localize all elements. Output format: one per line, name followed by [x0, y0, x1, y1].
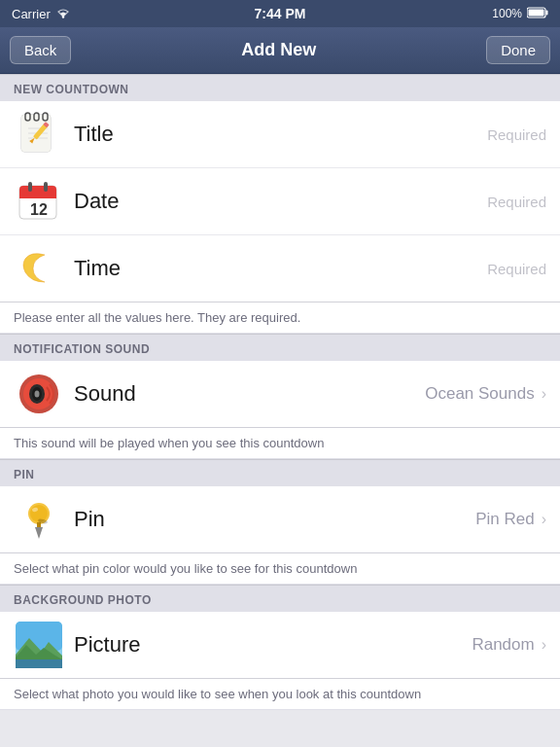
section-notification-sound: NOTIFICATION SOUND Sound Ocean Sounds: [0, 334, 560, 459]
date-required: Required: [487, 194, 546, 210]
sound-value: Ocean Sounds: [425, 384, 534, 404]
section-header-new-countdown: NEW COUNTDOWN: [0, 74, 560, 101]
picture-icon: [14, 620, 64, 670]
new-countdown-note: Please enter all the values here. They a…: [0, 302, 560, 334]
section-header-photo: BACKGROUND PHOTO: [0, 585, 560, 612]
sound-note: This sound will be played when you see t…: [0, 428, 560, 459]
sound-label: Sound: [74, 381, 425, 407]
picture-label: Picture: [74, 632, 472, 658]
section-header-pin: PIN: [0, 459, 560, 486]
svg-rect-2: [546, 10, 548, 15]
svg-rect-17: [19, 194, 56, 198]
sound-rows: Sound Ocean Sounds ›: [0, 361, 560, 428]
carrier-label: Carrier: [12, 7, 51, 21]
time-required: Required: [487, 261, 546, 277]
svg-rect-3: [529, 9, 544, 16]
section-header-sound: NOTIFICATION SOUND: [0, 334, 560, 361]
title-row[interactable]: Title Required: [0, 101, 560, 168]
date-row[interactable]: 12 Date Required: [0, 168, 560, 235]
svg-rect-19: [44, 182, 48, 192]
picture-note: Select what photo you would like to see …: [0, 679, 560, 710]
pin-rows: Pin Pin Red ›: [0, 486, 560, 553]
time-row[interactable]: Time Required: [0, 235, 560, 302]
svg-rect-35: [16, 659, 62, 668]
pin-row[interactable]: Pin Pin Red ›: [0, 486, 560, 552]
sound-chevron: ›: [542, 385, 546, 403]
battery-icon: [527, 7, 548, 21]
pin-value: Pin Red: [475, 510, 534, 529]
status-right: 100%: [492, 7, 548, 21]
pin-icon: [14, 494, 64, 545]
nav-bar: Back Add New Done: [0, 27, 560, 74]
time-icon: [14, 243, 64, 294]
new-countdown-rows: Title Required 12 Date Req: [0, 101, 560, 302]
nav-title: Add New: [241, 40, 316, 60]
photo-rows: Picture Random ›: [0, 612, 560, 679]
battery-label: 100%: [492, 7, 522, 20]
sound-icon: [14, 369, 64, 419]
pin-label: Pin: [74, 507, 475, 532]
status-bar: Carrier 7:44 PM 100%: [0, 0, 560, 27]
back-button[interactable]: Back: [10, 36, 71, 64]
pin-note: Select what pin color would you like to …: [0, 553, 560, 585]
status-time: 7:44 PM: [255, 6, 306, 21]
date-icon: 12: [14, 176, 64, 227]
title-required: Required: [487, 126, 546, 143]
section-new-countdown: NEW COUNTDOWN: [0, 74, 560, 334]
pin-chevron: ›: [542, 511, 546, 528]
svg-rect-29: [37, 522, 41, 527]
wifi-icon: [55, 7, 71, 21]
svg-text:12: 12: [30, 201, 48, 218]
time-label: Time: [74, 256, 487, 281]
section-background-photo: BACKGROUND PHOTO Picture Random › Select…: [0, 585, 560, 710]
done-button[interactable]: Done: [486, 36, 550, 64]
svg-point-0: [62, 16, 64, 18]
picture-chevron: ›: [542, 636, 546, 654]
sound-row[interactable]: Sound Ocean Sounds ›: [0, 361, 560, 427]
status-left: Carrier: [12, 7, 71, 21]
picture-value: Random: [472, 635, 534, 655]
svg-rect-18: [28, 182, 32, 192]
title-label: Title: [74, 122, 487, 147]
title-icon: [14, 109, 64, 160]
picture-row[interactable]: Picture Random ›: [0, 612, 560, 678]
date-label: Date: [74, 189, 487, 214]
svg-point-25: [35, 391, 40, 398]
section-pin: PIN Pin Pin Red ›: [0, 459, 560, 585]
